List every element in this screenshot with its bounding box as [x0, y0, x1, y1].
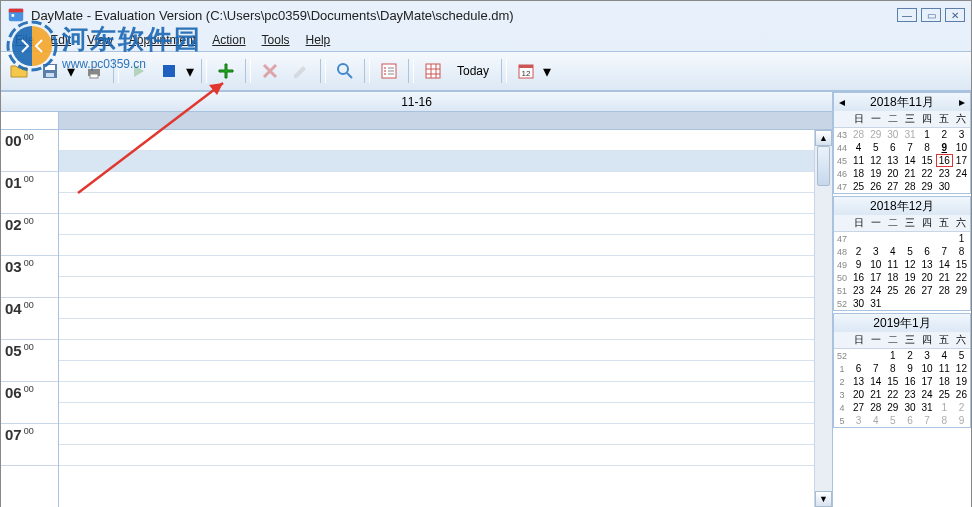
calendar-day[interactable]: 8: [919, 141, 936, 154]
calendar-day[interactable]: 30: [884, 128, 901, 142]
prev-month-button[interactable]: ◂: [836, 95, 848, 109]
calendar-day[interactable]: 7: [901, 141, 918, 154]
calendar-day[interactable]: [884, 232, 901, 246]
calendar-day[interactable]: 23: [850, 284, 867, 297]
calendar-day[interactable]: 14: [901, 154, 918, 167]
calendar-day[interactable]: 25: [936, 388, 953, 401]
menu-file[interactable]: File: [7, 31, 42, 49]
time-slot[interactable]: [59, 361, 814, 382]
calendar-day[interactable]: 7: [936, 245, 953, 258]
open-button[interactable]: [5, 57, 33, 85]
calendar-day[interactable]: 31: [901, 128, 918, 142]
calendar-day[interactable]: [901, 232, 918, 246]
play-button[interactable]: [124, 57, 152, 85]
calendar-day[interactable]: 28: [901, 180, 918, 193]
time-slot[interactable]: [59, 298, 814, 319]
calendar-day[interactable]: [936, 232, 953, 246]
calendar-day[interactable]: 2: [850, 245, 867, 258]
calendar-day[interactable]: 13: [850, 375, 867, 388]
calendar-day[interactable]: 19: [867, 167, 884, 180]
calendar-day[interactable]: 4: [867, 414, 884, 427]
calendar-day[interactable]: 17: [953, 154, 970, 167]
calendar-day[interactable]: [953, 180, 970, 193]
edit-button[interactable]: [287, 57, 315, 85]
calendar-day[interactable]: 21: [936, 271, 953, 284]
calendar-day[interactable]: [953, 297, 970, 310]
calendar-day[interactable]: [884, 297, 901, 310]
calendar-day[interactable]: 18: [850, 167, 867, 180]
calendar-day[interactable]: 20: [919, 271, 936, 284]
calendar-day[interactable]: 30: [936, 180, 953, 193]
calendar-day[interactable]: 3: [953, 128, 970, 142]
calendar-day[interactable]: 24: [919, 388, 936, 401]
close-button[interactable]: ✕: [945, 8, 965, 22]
next-month-button[interactable]: ▸: [956, 95, 968, 109]
calendar-day[interactable]: 9: [901, 362, 918, 375]
print-button[interactable]: [80, 57, 108, 85]
calendar-day[interactable]: [919, 297, 936, 310]
calendar-day[interactable]: 8: [936, 414, 953, 427]
calendar-day[interactable]: 31: [919, 401, 936, 414]
calendar-day[interactable]: 24: [953, 167, 970, 180]
calendar-day[interactable]: 2: [953, 401, 970, 414]
calendar-day[interactable]: 3: [850, 414, 867, 427]
calendar-day[interactable]: 6: [884, 141, 901, 154]
calendar-day[interactable]: 16: [850, 271, 867, 284]
save-dropdown[interactable]: ▾: [67, 62, 77, 81]
calendar-day[interactable]: 5: [901, 245, 918, 258]
calendar-day[interactable]: 29: [867, 128, 884, 142]
calendar-day[interactable]: 27: [850, 401, 867, 414]
calendar-day[interactable]: 22: [953, 271, 970, 284]
calendar-day[interactable]: 15: [919, 154, 936, 167]
time-slot[interactable]: [59, 256, 814, 277]
calendar-day[interactable]: 6: [901, 414, 918, 427]
calendar-day[interactable]: 5: [884, 414, 901, 427]
calendar-day[interactable]: 17: [919, 375, 936, 388]
calendar-day[interactable]: 1: [953, 232, 970, 246]
calendar-day[interactable]: 18: [884, 271, 901, 284]
calendar-day[interactable]: 15: [884, 375, 901, 388]
calendar-day[interactable]: [936, 297, 953, 310]
grid-button[interactable]: [419, 57, 447, 85]
calendar-day[interactable]: 27: [919, 284, 936, 297]
calendar-day[interactable]: 27: [884, 180, 901, 193]
calendar-day[interactable]: 29: [953, 284, 970, 297]
calendar-day[interactable]: 7: [919, 414, 936, 427]
calendar-day[interactable]: 22: [919, 167, 936, 180]
calendar-day[interactable]: 10: [867, 258, 884, 271]
calendar-day[interactable]: [850, 349, 867, 363]
calendar-day[interactable]: [867, 232, 884, 246]
calendar-day[interactable]: 9: [850, 258, 867, 271]
delete-button[interactable]: [256, 57, 284, 85]
calendar-day[interactable]: 30: [850, 297, 867, 310]
calendar-day[interactable]: 12: [953, 362, 970, 375]
minimize-button[interactable]: —: [897, 8, 917, 22]
calendar-day[interactable]: 9: [936, 141, 953, 154]
stop-dropdown[interactable]: ▾: [186, 62, 196, 81]
calendar-day[interactable]: 11: [850, 154, 867, 167]
calendar-day[interactable]: 26: [953, 388, 970, 401]
time-slot[interactable]: [59, 277, 814, 298]
scroll-up-button[interactable]: ▲: [815, 130, 832, 146]
calendar-date-dropdown[interactable]: ▾: [543, 62, 553, 81]
calendar-day[interactable]: 30: [901, 401, 918, 414]
calendar-day[interactable]: 26: [901, 284, 918, 297]
calendar-day[interactable]: 5: [867, 141, 884, 154]
add-button[interactable]: [212, 57, 240, 85]
scroll-down-button[interactable]: ▼: [815, 491, 832, 507]
calendar-day[interactable]: [919, 232, 936, 246]
calendar-day[interactable]: 23: [901, 388, 918, 401]
calendar-day[interactable]: 2: [901, 349, 918, 363]
calendar-day[interactable]: 13: [884, 154, 901, 167]
calendar-day[interactable]: 4: [936, 349, 953, 363]
time-slot[interactable]: [59, 193, 814, 214]
vertical-scrollbar[interactable]: ▲ ▼: [814, 130, 832, 507]
calendar-day[interactable]: 15: [953, 258, 970, 271]
calendar-day[interactable]: 19: [901, 271, 918, 284]
calendar-day[interactable]: 28: [867, 401, 884, 414]
menu-action[interactable]: Action: [204, 31, 253, 49]
menu-tools[interactable]: Tools: [254, 31, 298, 49]
calendar-day[interactable]: [867, 349, 884, 363]
calendar-day[interactable]: 18: [936, 375, 953, 388]
calendar-day[interactable]: 2: [936, 128, 953, 142]
